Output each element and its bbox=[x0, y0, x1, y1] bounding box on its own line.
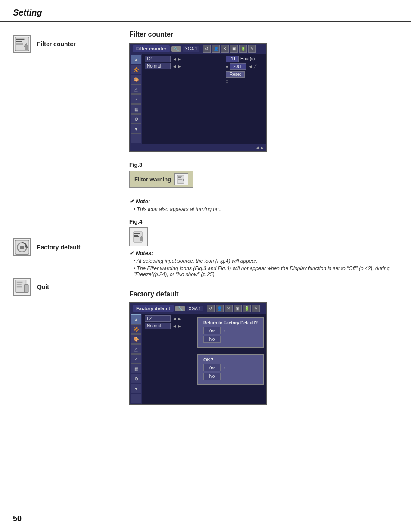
factory-default-section-title: Factory default bbox=[129, 290, 398, 298]
filter-counter-label: Filter counter bbox=[37, 40, 75, 47]
svg-rect-12 bbox=[17, 286, 22, 288]
fig3-label: Fig.3 bbox=[129, 162, 398, 168]
filter-counter-icon bbox=[13, 35, 31, 53]
factory-default-badge1: 🔧 bbox=[175, 306, 185, 311]
svg-rect-8 bbox=[20, 246, 24, 249]
factory-menu-icon-9[interactable]: □ bbox=[131, 394, 141, 403]
page-number: 50 bbox=[13, 514, 22, 523]
page-title: Setting bbox=[13, 8, 42, 17]
page-header: Setting bbox=[0, 0, 411, 22]
svg-rect-13 bbox=[24, 285, 28, 293]
menu-icon-4[interactable]: △ bbox=[131, 84, 141, 94]
reset-row: Reset bbox=[226, 71, 264, 78]
menu-icon-6[interactable]: ▦ bbox=[131, 104, 141, 114]
quit-label: Quit bbox=[37, 283, 49, 290]
factory-icon-btn-2[interactable]: 👤 bbox=[216, 305, 224, 312]
icon-btn-3[interactable]: ✕ bbox=[221, 45, 229, 53]
left-spacer-factory bbox=[13, 269, 112, 278]
factory-icon-btn-3[interactable]: ✕ bbox=[225, 305, 233, 312]
navigate-arrows: ◄► bbox=[255, 145, 265, 150]
menu-row-2-arrows[interactable]: ◄► bbox=[172, 64, 182, 69]
counter-row: ● 200H ◄ ╱ bbox=[226, 63, 264, 70]
ok-dialog-yes-row: Yes ← bbox=[203, 364, 258, 371]
factory-icon-btn-4[interactable]: ▣ bbox=[234, 305, 242, 312]
notes-section: Notes: At selecting input source, the ic… bbox=[129, 250, 398, 277]
factory-icon-btn-6[interactable]: ✎ bbox=[252, 305, 260, 312]
panel-icon: □ bbox=[226, 79, 228, 84]
factory-menu-icon-7[interactable]: ⚙ bbox=[131, 374, 141, 383]
factory-default-icon bbox=[13, 238, 31, 256]
right-info-panel: 11 Hour(s) ● 200H ◄ ╱ Reset □ bbox=[223, 54, 266, 144]
menu-icon-3[interactable]: 🎨 bbox=[131, 75, 141, 84]
factory-menu-icon-6[interactable]: ▦ bbox=[131, 364, 141, 373]
factory-menu-row-1: L2 ◄► bbox=[145, 315, 192, 322]
svg-rect-11 bbox=[17, 284, 22, 285]
factory-menu-icon-4[interactable]: △ bbox=[131, 344, 141, 354]
menu-row-1-arrows[interactable]: ◄► bbox=[172, 56, 182, 62]
main-content: Filter counter Factory default bbox=[0, 22, 411, 437]
factory-menu-icon-8[interactable]: ▼ bbox=[131, 384, 141, 393]
factory-default-panel-label: Factory default bbox=[133, 305, 174, 312]
svg-rect-4 bbox=[25, 45, 28, 50]
return-dialog-yes[interactable]: Yes bbox=[203, 327, 221, 334]
factory-menu-icon-1[interactable]: ▲ bbox=[131, 314, 141, 324]
factory-icon-btn-5[interactable]: 🔋 bbox=[243, 305, 251, 312]
note-item-2: The Filter warning icons (Fig.3 and Fig.… bbox=[134, 265, 398, 277]
icon-row: □ bbox=[226, 79, 264, 84]
icon-btn-2[interactable]: 👤 bbox=[212, 45, 220, 53]
filter-counter-panel: Filter counter 🔧 XGA 1 ↺ 👤 ✕ ▣ 🔋 ✎ bbox=[129, 43, 267, 152]
left-column: Filter counter Factory default bbox=[0, 22, 121, 437]
filter-counter-panel-label: Filter counter bbox=[133, 45, 170, 52]
right-column: Filter counter Filter counter 🔧 XGA 1 ↺ … bbox=[121, 22, 411, 437]
hours-label: Hour(s) bbox=[240, 56, 255, 61]
filter-counter-badge2: XGA 1 bbox=[183, 46, 199, 52]
reset-button[interactable]: Reset bbox=[226, 71, 245, 78]
svg-rect-1 bbox=[16, 39, 24, 40]
menu-icon-7[interactable]: ⚙ bbox=[131, 114, 141, 124]
return-dialog-title: Return to Factory Default? bbox=[203, 320, 258, 325]
menu-icon-9[interactable]: □ bbox=[131, 134, 141, 143]
factory-menu-row-1-arrows[interactable]: ◄► bbox=[172, 316, 182, 321]
menu-icon-5[interactable]: ✓ bbox=[131, 94, 141, 104]
filter-warning-text: Filter warning bbox=[134, 176, 171, 183]
note-item-1: At selecting input source, the icon (Fig… bbox=[134, 258, 398, 264]
return-dialog-no[interactable]: No bbox=[203, 336, 221, 343]
menu-icons-strip: ▲ 🔆 🎨 △ ✓ ▦ ⚙ ▼ □ bbox=[130, 54, 142, 144]
factory-dialogs: Return to Factory Default? Yes ← No OK? bbox=[195, 314, 266, 404]
icon-btn-5[interactable]: 🔋 bbox=[239, 45, 247, 53]
factory-menu-icon-3[interactable]: 🎨 bbox=[131, 334, 141, 344]
filter-warning-icon bbox=[174, 173, 188, 185]
filter-warning-bar: Filter warning bbox=[129, 171, 193, 188]
icon-btn-1[interactable]: ↺ bbox=[203, 45, 211, 53]
ok-enter-arrow: ← bbox=[223, 365, 227, 370]
left-item-quit: Quit bbox=[13, 278, 112, 296]
hours-row: 11 Hour(s) bbox=[226, 56, 264, 62]
fig4-label: Fig.4 bbox=[129, 218, 398, 225]
icon-btn-6[interactable]: ✎ bbox=[248, 45, 256, 53]
ok-dialog: OK? Yes ← No bbox=[197, 354, 264, 385]
fig4-icon bbox=[129, 227, 148, 246]
hours-value: 11 bbox=[226, 56, 239, 62]
factory-icon-btn-1[interactable]: ↺ bbox=[207, 305, 215, 312]
svg-rect-2 bbox=[16, 41, 22, 42]
menu-icon-1[interactable]: ▲ bbox=[131, 55, 141, 64]
return-dialog-yes-row: Yes ← bbox=[203, 327, 258, 334]
navigate-row: ◄► bbox=[130, 144, 266, 151]
ok-dialog-no[interactable]: No bbox=[203, 373, 221, 380]
factory-menu-icon-2[interactable]: 🔆 bbox=[131, 324, 141, 334]
left-item-filter-counter: Filter counter bbox=[13, 35, 112, 53]
return-dialog-no-row: No bbox=[203, 336, 258, 343]
filter-counter-section-title: Filter counter bbox=[129, 31, 398, 38]
icon-btn-4[interactable]: ▣ bbox=[230, 45, 238, 53]
notes-title: Notes: bbox=[129, 250, 398, 256]
menu-icon-8[interactable]: ▼ bbox=[131, 124, 141, 134]
factory-menu-icon-5[interactable]: ✓ bbox=[131, 354, 141, 364]
factory-menu-row-2-arrows[interactable]: ◄► bbox=[172, 324, 182, 329]
menu-icon-2[interactable]: 🔆 bbox=[131, 65, 141, 74]
counter-dot: ● bbox=[226, 64, 228, 69]
factory-default-panel: Factory default 🔧 XGA 1 ↺ 👤 ✕ ▣ 🔋 ✎ ▲ bbox=[129, 302, 267, 405]
return-enter-arrow: ← bbox=[223, 328, 227, 333]
svg-rect-10 bbox=[17, 282, 23, 283]
counter-arrows: ◄ ╱ bbox=[248, 64, 256, 69]
ok-dialog-yes[interactable]: Yes bbox=[203, 364, 221, 371]
